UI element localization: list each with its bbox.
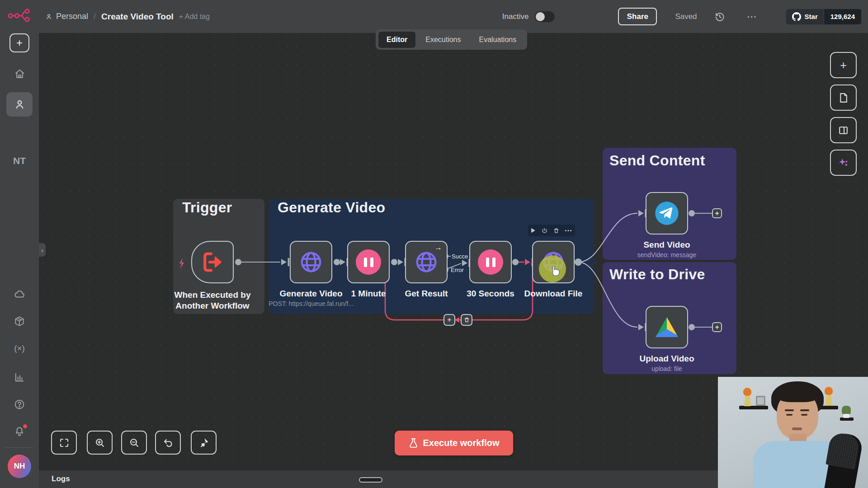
add-node-icon: + bbox=[840, 58, 847, 72]
node-label: 30 Seconds bbox=[467, 289, 514, 299]
execute-workflow-trigger-icon bbox=[201, 250, 224, 274]
github-star-widget[interactable]: Star 129,624 bbox=[786, 9, 862, 25]
share-button[interactable]: Share bbox=[618, 8, 657, 25]
help-icon bbox=[14, 399, 25, 410]
trophy bbox=[826, 394, 832, 406]
node-send-video[interactable] bbox=[646, 192, 688, 235]
wire-delete-button[interactable] bbox=[461, 314, 472, 326]
execute-workflow-button[interactable]: Execute workflow bbox=[395, 431, 513, 455]
workflow-title[interactable]: Create Video Tool bbox=[101, 12, 174, 22]
trash-icon bbox=[553, 228, 559, 234]
wire-add-node-button[interactable]: + bbox=[443, 314, 455, 326]
person-icon bbox=[45, 13, 52, 20]
zoom-in-icon bbox=[94, 437, 105, 448]
sidebar-item-insights[interactable] bbox=[0, 371, 39, 383]
shelf bbox=[840, 418, 854, 421]
add-tag-button[interactable]: + Add tag bbox=[179, 13, 210, 21]
globe-icon bbox=[414, 250, 439, 274]
workspace-initials: NT bbox=[13, 155, 26, 166]
expand-panel-chevron[interactable]: › bbox=[39, 243, 46, 257]
pause-icon bbox=[478, 249, 503, 275]
assistant-icon bbox=[837, 157, 849, 169]
chart-icon bbox=[14, 371, 25, 383]
disable-node-button[interactable] bbox=[542, 228, 547, 234]
zoom-out-icon bbox=[129, 437, 140, 448]
variables-icon: (×) bbox=[14, 343, 25, 353]
tab-evaluations[interactable]: Evaluations bbox=[471, 32, 524, 48]
github-icon bbox=[792, 12, 801, 21]
plant bbox=[842, 406, 851, 415]
github-star-count: 129,624 bbox=[824, 9, 861, 24]
add-node-after-send-button[interactable]: + bbox=[712, 208, 722, 218]
more-options-button[interactable]: ⋯ bbox=[747, 11, 758, 23]
activation-toggle[interactable] bbox=[535, 11, 555, 22]
trophy bbox=[744, 395, 751, 406]
person-mouth bbox=[792, 427, 802, 430]
webcam-overlay bbox=[718, 377, 868, 488]
fit-view-button[interactable] bbox=[51, 431, 77, 455]
person-brow bbox=[800, 409, 809, 411]
group-title-trigger: Trigger bbox=[182, 199, 232, 216]
node-subtitle: upload: file bbox=[651, 365, 682, 372]
group-title-drive: Write to Drive bbox=[609, 266, 705, 283]
add-node-after-upload-button[interactable]: + bbox=[712, 322, 722, 332]
node-generate-video[interactable] bbox=[290, 241, 332, 283]
user-avatar[interactable]: NH bbox=[8, 455, 31, 478]
node-upload-video[interactable] bbox=[646, 306, 688, 348]
person-eye bbox=[786, 414, 793, 416]
logs-title: Logs bbox=[52, 474, 70, 483]
fit-view-icon bbox=[59, 437, 70, 448]
toggle-panel-button[interactable] bbox=[830, 117, 857, 143]
add-node-button[interactable]: + bbox=[830, 52, 857, 78]
logs-resize-handle[interactable] bbox=[359, 477, 382, 483]
undo-button[interactable] bbox=[155, 431, 181, 455]
execute-workflow-label: Execute workflow bbox=[423, 438, 500, 448]
node-subtitle: POST: https://queue.fal.run/f... bbox=[269, 300, 354, 307]
github-star-button[interactable]: Star bbox=[786, 9, 824, 24]
tidy-up-button[interactable] bbox=[191, 431, 217, 455]
node-wait-1-minute[interactable] bbox=[347, 241, 390, 283]
logo-icon bbox=[7, 5, 32, 24]
node-wait-30-seconds[interactable] bbox=[469, 241, 512, 283]
node-when-executed[interactable] bbox=[191, 241, 234, 283]
sidebar-item-cloud[interactable] bbox=[0, 288, 39, 300]
add-sticky-note-button[interactable] bbox=[830, 84, 857, 111]
globe-icon bbox=[299, 250, 323, 274]
tidy-icon bbox=[198, 437, 209, 448]
sidebar-item-notifications[interactable] bbox=[0, 426, 39, 437]
trophy-top bbox=[743, 388, 751, 396]
tab-executions[interactable]: Executions bbox=[417, 32, 469, 48]
node-hover-toolbar: ••• bbox=[528, 225, 575, 236]
sidebar-item-help[interactable] bbox=[0, 399, 39, 410]
telegram-icon bbox=[654, 201, 679, 226]
node-label: Upload Video bbox=[639, 354, 694, 364]
sidebar-item-home[interactable] bbox=[0, 68, 39, 80]
topbar-actions: Inactive Share Saved ⋯ Star 129,624 bbox=[502, 0, 868, 33]
delete-node-button[interactable] bbox=[553, 228, 559, 234]
sidebar-item-personal-active[interactable] bbox=[6, 92, 33, 117]
new-workflow-button[interactable]: + bbox=[9, 33, 29, 52]
view-tabs: Editor Executions Evaluations bbox=[376, 29, 527, 50]
sidebar-item-templates[interactable] bbox=[0, 315, 39, 327]
node-more-button[interactable]: ••• bbox=[565, 228, 573, 233]
person-brow bbox=[785, 409, 794, 411]
home-icon bbox=[14, 68, 26, 80]
tab-editor[interactable]: Editor bbox=[378, 32, 415, 48]
zoom-out-button[interactable] bbox=[121, 431, 147, 455]
version-history-button[interactable] bbox=[714, 11, 725, 22]
power-icon bbox=[542, 228, 547, 234]
n8n-logo[interactable] bbox=[0, 5, 39, 24]
node-label: Generate Video bbox=[279, 289, 342, 299]
zoom-in-button[interactable] bbox=[87, 431, 113, 455]
top-bar: Personal / Create Video Tool + Add tag I… bbox=[0, 0, 868, 33]
ai-assistant-button[interactable] bbox=[830, 150, 857, 176]
sidebar-item-workspace[interactable]: NT bbox=[0, 155, 39, 166]
node-label: Send Video bbox=[643, 240, 690, 250]
breadcrumb-separator: / bbox=[94, 12, 96, 21]
breadcrumb-project[interactable]: Personal bbox=[45, 12, 88, 21]
node-label: 1 Minute bbox=[351, 289, 386, 299]
sidebar-item-variables[interactable]: (×) bbox=[0, 343, 39, 353]
hand-cursor-icon bbox=[548, 263, 561, 279]
shelf bbox=[820, 406, 838, 409]
run-node-button[interactable] bbox=[531, 228, 536, 233]
